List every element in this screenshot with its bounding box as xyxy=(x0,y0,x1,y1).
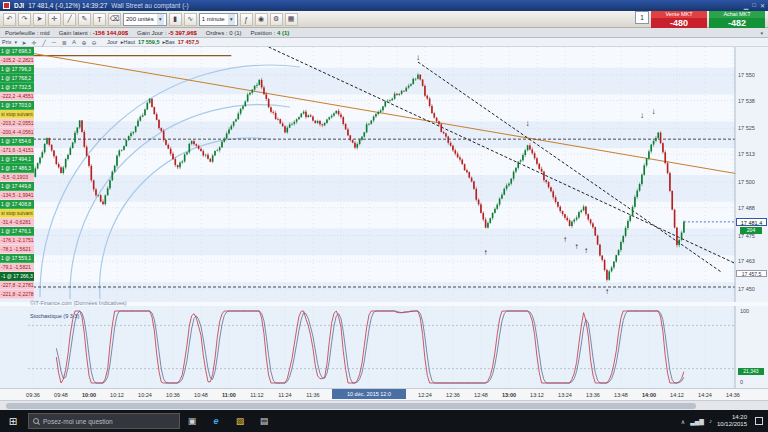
ladder-row[interactable]: -78,1 -1,5621 xyxy=(0,245,34,254)
candlestick-chart-icon[interactable]: ▮ xyxy=(169,13,182,26)
sell-market-button[interactable]: Vente MKT -480 xyxy=(651,11,707,28)
crosshair-icon[interactable]: ✛ xyxy=(48,13,61,26)
zoom-out-icon[interactable]: ⊖ xyxy=(90,39,98,46)
file-explorer-icon[interactable]: ▨ xyxy=(228,410,252,432)
ladder-row[interactable]: 1 @ 17 732,5 xyxy=(0,83,34,92)
candlestick-chart[interactable]: ↓↓↓↓↑↑↑↑↑ xyxy=(0,47,768,302)
segment-icon[interactable]: ╱ xyxy=(40,39,48,46)
units-select[interactable]: 200 unités▼ xyxy=(123,13,167,26)
price-pane-label[interactable]: Prix xyxy=(2,39,11,45)
svg-text:↓: ↓ xyxy=(652,107,656,116)
ladder-row[interactable]: -221,8 -2,2278 xyxy=(0,290,34,299)
app-icon[interactable]: ▤ xyxy=(252,410,276,432)
time-axis-label: 10:36 xyxy=(166,392,180,398)
ladder-row[interactable]: -1 @ 17 266,3 xyxy=(0,272,34,281)
minimize-icon[interactable]: ▁ xyxy=(744,2,749,9)
volume-icon[interactable]: ♪ xyxy=(709,418,712,425)
price-chart-area[interactable]: ↓↓↓↓↑↑↑↑↑ xyxy=(0,47,768,302)
ladder-row[interactable]: 1 @ 17 559,1 xyxy=(0,254,34,263)
settings-icon[interactable]: ⚙ xyxy=(270,13,283,26)
zoom-in-icon[interactable]: ⊕ xyxy=(80,39,88,46)
account-info-bar: Portefeuille : mid Gain latent : -156 14… xyxy=(0,28,768,38)
titlebar-quote: 17 481,4 (-0,12%) 14:39:27 xyxy=(28,2,107,9)
pencil-icon[interactable]: ✎ xyxy=(78,13,91,26)
quantity-field[interactable]: 1 xyxy=(635,11,649,24)
close-icon[interactable]: ✕ xyxy=(760,2,765,9)
undo-icon[interactable]: ↶ xyxy=(3,13,16,26)
workspace-icon[interactable]: ▦ xyxy=(285,13,298,26)
orders-value[interactable]: 0 (1) xyxy=(229,30,241,36)
ladder-row[interactable]: 1 @ 17 703,0 xyxy=(0,101,34,110)
hline-icon[interactable]: ─ xyxy=(50,39,58,46)
text-icon[interactable]: A xyxy=(70,39,78,46)
main-toolbar: ↶↷➤✛╱✎T⌫ 200 unités▼ ▮∿ 1 minute▼ ƒ◉⚙▦ 1… xyxy=(0,11,768,28)
sell-price: -480 xyxy=(651,18,707,28)
ladder-row[interactable]: -31,4 -0,6281 xyxy=(0,218,34,227)
ladder-row[interactable]: si stop suivant xyxy=(0,110,34,119)
horizontal-scrollbar[interactable] xyxy=(0,400,768,410)
time-axis-label: 13:36 xyxy=(586,392,600,398)
taskbar-clock[interactable]: 14:20 10/12/2015 xyxy=(717,414,747,428)
ladder-row[interactable]: 1 @ 17 449,8 xyxy=(0,182,34,191)
trendline-icon[interactable]: ╱ xyxy=(63,13,76,26)
ladder-row[interactable]: -203,2 -2,0551 xyxy=(0,119,34,128)
ladder-row[interactable]: -171,6 -3,4151 xyxy=(0,146,34,155)
clock-date: 10/12/2015 xyxy=(717,421,747,428)
price-axis-tick: 17 450 xyxy=(738,286,755,292)
browser-icon[interactable]: e xyxy=(204,410,228,432)
crosshair-icon[interactable]: ✛ xyxy=(30,39,38,46)
ladder-row[interactable]: -79,1 -1,5821 xyxy=(0,263,34,272)
fibonacci-icon[interactable]: ≣ xyxy=(60,39,68,46)
position-value[interactable]: 4 (1) xyxy=(277,30,289,36)
taskbar-search-box[interactable]: Posez-moi une question xyxy=(28,413,180,429)
scrollbar-thumb[interactable] xyxy=(6,403,696,409)
ladder-row[interactable]: -134,5 -1,9941 xyxy=(0,191,34,200)
time-axis-label: 13:12 xyxy=(530,392,544,398)
timeframe-value: 1 minute xyxy=(202,16,225,22)
ladder-row[interactable]: -200,4 -4,0561 xyxy=(0,128,34,137)
line-chart-icon[interactable]: ∿ xyxy=(184,13,197,26)
time-axis-label: 13:00 xyxy=(502,392,516,398)
panel-menu-icon[interactable]: ▾ xyxy=(760,30,763,36)
ladder-row[interactable]: 1 @ 17 486,3 xyxy=(0,164,34,173)
start-button[interactable]: ⊞ xyxy=(0,410,26,432)
ladder-row[interactable]: si stop suivant xyxy=(0,209,34,218)
cursor-icon[interactable]: ➤ xyxy=(20,39,28,46)
ladder-row[interactable]: -227,8 -2,2781 xyxy=(0,281,34,290)
ladder-row[interactable]: 1 @ 17 768,2 xyxy=(0,74,34,83)
time-axis-label: 13:48 xyxy=(614,392,628,398)
ladder-row[interactable]: 1 @ 17 796,3 xyxy=(0,65,34,74)
pointer-icon[interactable]: ➤ xyxy=(33,13,46,26)
notification-center-icon[interactable] xyxy=(755,417,763,425)
buy-market-button[interactable]: Achat MKT -482 xyxy=(709,11,765,28)
stochastic-indicator-chart[interactable] xyxy=(0,306,768,388)
instrument-name: Wall Street au comptant (-) xyxy=(111,2,188,9)
eraser-icon[interactable]: ⌫ xyxy=(108,13,121,26)
ladder-row[interactable]: -105,2 -2,2821 xyxy=(0,56,34,65)
ladder-row[interactable]: 1 @ 17 654,6 xyxy=(0,137,34,146)
redo-icon[interactable]: ↷ xyxy=(18,13,31,26)
day-range-info: Jour ▸Haut 17 559,5 ▸Bas 17 457,5 xyxy=(107,39,199,45)
network-icon[interactable]: ▃▅▇ xyxy=(690,418,704,425)
screenshot-icon[interactable]: ◉ xyxy=(255,13,268,26)
task-view-icon[interactable]: ▣ xyxy=(180,410,204,432)
day-gain-value: -5 397,96$ xyxy=(168,30,197,36)
ladder-row[interactable]: -222,2 -4,4551 xyxy=(0,92,34,101)
hidden-icons-chevron[interactable]: ∧ xyxy=(681,418,685,425)
ladder-row[interactable]: 1 @ 17 476,1 xyxy=(0,227,34,236)
windows-taskbar: ⊞ Posez-moi une question ▣e▨▤ ∧▃▅▇♪ 14:2… xyxy=(0,410,768,432)
text-tool-icon[interactable]: T xyxy=(93,13,106,26)
time-axis-label: 12:48 xyxy=(474,392,488,398)
window-titlebar[interactable]: DJI 17 481,4 (-0,12%) 14:39:27 Wall Stre… xyxy=(0,0,768,11)
ladder-row[interactable]: -9,5 -0,1903 xyxy=(0,173,34,182)
ladder-row[interactable]: 1 @ 17 494,1 xyxy=(0,155,34,164)
timeframe-select[interactable]: 1 minute▼ xyxy=(199,13,238,26)
position-size-badge: 204 xyxy=(740,227,762,234)
price-axis-tick: 17 538 xyxy=(738,98,755,104)
ladder-row[interactable]: -176,1 -2,1751 xyxy=(0,236,34,245)
portfolio-value: mid xyxy=(40,30,50,36)
ladder-row[interactable]: 1 @ 17 698,3 xyxy=(0,47,34,56)
indicator-icon[interactable]: ƒ xyxy=(240,13,253,26)
ladder-row[interactable]: 1 @ 17 408,8 xyxy=(0,200,34,209)
maximize-icon[interactable]: □ xyxy=(752,2,756,9)
